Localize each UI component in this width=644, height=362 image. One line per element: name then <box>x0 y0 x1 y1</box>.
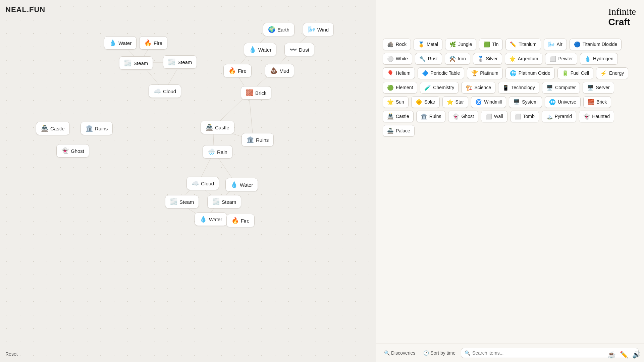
sidebar-item-icon: 🌐 <box>510 70 517 76</box>
sidebar-item-icon: 💧 <box>584 56 591 62</box>
sidebar-item-air[interactable]: 🌬️Air <box>544 39 567 50</box>
canvas-element-dust1[interactable]: 〰️Dust <box>284 43 314 56</box>
sidebar-item-system[interactable]: 🖥️System <box>509 96 542 108</box>
canvas-element-water3[interactable]: 💧Water <box>225 178 258 191</box>
element-icon: 🌬️ <box>308 26 315 33</box>
sidebar-item-icon: 🏯 <box>387 128 394 134</box>
sidebar-item-icon: ⬜ <box>515 113 521 120</box>
sidebar-item-tomb[interactable]: ⬜Tomb <box>510 111 539 122</box>
canvas-element-water2[interactable]: 💧Water <box>244 43 276 56</box>
reset-button[interactable]: Reset <box>5 351 18 357</box>
element-icon: 🌫️ <box>124 59 131 67</box>
canvas-element-water1[interactable]: 💧Water <box>104 36 137 50</box>
sidebar-item-hydrogen[interactable]: 💧Hydrogen <box>580 53 618 65</box>
element-icon: 🏛️ <box>86 125 93 132</box>
sidebar-item-tin[interactable]: 🟩Tin <box>479 39 503 50</box>
sidebar-item-label: Tin <box>492 42 498 47</box>
sidebar-item-periodic-table[interactable]: 🔷Periodic Table <box>418 67 465 79</box>
sidebar-item-icon: 🎈 <box>387 70 394 76</box>
canvas-element-fire1[interactable]: 🔥Fire <box>139 36 167 50</box>
sidebar-bottom-bar: 🔍 Discoveries 🕐 Sort by time 🔍 <box>376 344 644 362</box>
canvas-element-steam3[interactable]: 🌫️Steam <box>165 195 199 208</box>
sidebar-item-titanium[interactable]: ✏️Titanium <box>505 39 541 50</box>
sidebar-item-brick[interactable]: 🧱Brick <box>583 96 611 108</box>
sidebar-item-rock[interactable]: 🪨Rock <box>383 39 411 50</box>
sidebar-item-energy[interactable]: ⚡Energy <box>596 67 628 79</box>
sidebar-item-star[interactable]: ⭐Star <box>442 96 469 108</box>
sidebar-item-icon: 🪨 <box>387 41 394 48</box>
canvas-element-cloud2[interactable]: ☁️Cloud <box>186 177 219 190</box>
sidebar-item-server[interactable]: 🖥️Server <box>583 82 614 94</box>
sidebar-item-castle[interactable]: 🏯Castle <box>383 111 414 122</box>
brush-icon[interactable]: ✏️ <box>620 351 628 359</box>
canvas-element-brick1[interactable]: 🧱Brick <box>241 86 271 100</box>
sidebar-item-platinum[interactable]: 🏆Platinum <box>467 67 502 79</box>
canvas-element-cloud1[interactable]: ☁️Cloud <box>149 84 181 98</box>
sidebar-item-ruins[interactable]: 🏛️Ruins <box>416 111 446 122</box>
sidebar-item-windmill[interactable]: 🌀Windmill <box>471 96 506 108</box>
sidebar-item-element[interactable]: 🟢Element <box>383 82 417 94</box>
brand-name-craft: Craft <box>608 17 630 27</box>
canvas-element-castle1[interactable]: 🏯Castle <box>36 122 70 135</box>
canvas-element-rain1[interactable]: 🌧️Rain <box>203 145 232 159</box>
canvas-element-ruins2[interactable]: 🏛️Ruins <box>241 133 274 146</box>
sidebar-item-sun[interactable]: 🌟Sun <box>383 96 409 108</box>
sidebar-item-pyramid[interactable]: 🏔️Pyramid <box>542 111 576 122</box>
discoveries-button[interactable]: 🔍 Discoveries <box>381 348 418 358</box>
sidebar-item-fuel-cell[interactable]: 🔋Fuel Cell <box>557 67 593 79</box>
canvas-element-steam2[interactable]: 🌫️Steam <box>163 55 197 69</box>
element-label: Steam <box>133 60 148 66</box>
sort-button[interactable]: 🕐 Sort by time <box>421 348 458 358</box>
sort-icon: 🕐 <box>423 350 429 356</box>
sidebar-item-chemistry[interactable]: 🧪Chemistry <box>420 82 459 94</box>
brand-logo: Infinite Craft <box>608 7 636 27</box>
sidebar-item-palace[interactable]: 🏯Palace <box>383 125 415 137</box>
canvas-element-water4[interactable]: 💧Water <box>195 213 227 226</box>
sidebar-item-icon: 🌬️ <box>548 41 555 48</box>
sidebar-item-white[interactable]: ⚪White <box>383 53 412 65</box>
canvas-element-castle2[interactable]: 🏯Castle <box>201 121 234 134</box>
sidebar-item-helium[interactable]: 🎈Helium <box>383 67 415 79</box>
sidebar-item-rust[interactable]: 🔧Rust <box>415 53 442 65</box>
element-label: Wind <box>317 27 329 33</box>
sidebar-item-universe[interactable]: 🌐Universe <box>545 96 581 108</box>
sidebar-item-label: Air <box>557 42 562 47</box>
canvas-element-ruins1[interactable]: 🏛️Ruins <box>80 122 113 135</box>
sidebar-item-metal[interactable]: 🥇Metal <box>414 39 442 50</box>
sidebar-item-solar[interactable]: 🌞Solar <box>411 96 440 108</box>
canvas-element-wind1[interactable]: 🌬️Wind <box>303 23 334 36</box>
sidebar-item-argentum[interactable]: 🌟Argentum <box>505 53 543 65</box>
canvas-element-steam4[interactable]: 🌫️Steam <box>207 195 241 208</box>
coffee-icon[interactable]: ☕ <box>607 351 616 359</box>
element-label: Water <box>118 40 131 46</box>
canvas-element-fire2[interactable]: 🔥Fire <box>223 64 252 77</box>
canvas-element-mud1[interactable]: 💩Mud <box>265 64 294 77</box>
canvas-element-steam1[interactable]: 🌫️Steam <box>119 56 153 70</box>
sidebar-item-icon: 🖥️ <box>587 84 594 91</box>
sidebar-item-label: Haunted <box>592 114 610 119</box>
element-icon: 💧 <box>230 181 238 188</box>
sidebar-item-pewter[interactable]: ⬜Pewter <box>545 53 577 65</box>
sidebar-item-computer[interactable]: 🖥️Computer <box>542 82 580 94</box>
sidebar-item-icon: 👻 <box>452 113 459 120</box>
element-icon: 🌫️ <box>212 198 220 205</box>
sidebar-item-icon: ✏️ <box>510 41 517 48</box>
sidebar-item-science[interactable]: 🏗️Science <box>461 82 495 94</box>
sidebar-item-titanium-dioxide[interactable]: 🔵Titanium Dioxide <box>570 39 622 50</box>
sidebar-item-iron[interactable]: ⚒️Iron <box>445 53 470 65</box>
sidebar-item-silver[interactable]: 🥈Silver <box>473 53 502 65</box>
sidebar-item-label: Chemistry <box>433 85 454 90</box>
sidebar-item-icon: 📱 <box>502 84 509 91</box>
canvas-element-earth1[interactable]: 🌍Earth <box>263 23 294 36</box>
canvas-element-ghost1[interactable]: 👻Ghost <box>56 144 89 158</box>
sidebar-item-wall[interactable]: ⬜Wall <box>481 111 507 122</box>
sidebar-item-haunted[interactable]: 👻Haunted <box>579 111 614 122</box>
items-grid: 🪨Rock🥇Metal🌿Jungle🟩Tin✏️Titanium🌬️Air🔵Ti… <box>376 33 644 344</box>
sidebar-item-jungle[interactable]: 🌿Jungle <box>445 39 476 50</box>
sidebar-item-platinum-oxide[interactable]: 🌐Platinum Oxide <box>505 67 555 79</box>
canvas-element-fire3[interactable]: 🔥Fire <box>226 214 255 227</box>
sound-icon[interactable]: 🔊 <box>632 351 641 359</box>
sidebar-item-technology[interactable]: 📱Technology <box>498 82 539 94</box>
element-label: Steam <box>177 59 192 65</box>
sidebar-item-ghost[interactable]: 👻Ghost <box>448 111 478 122</box>
